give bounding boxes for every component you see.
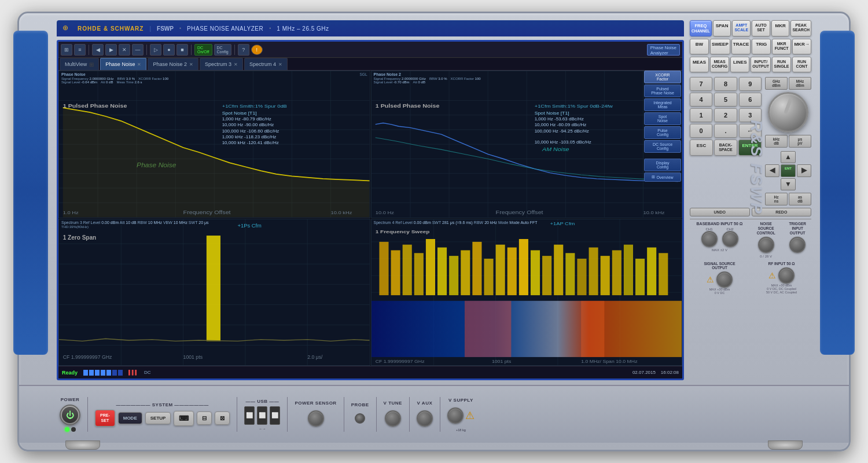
list-btn[interactable]: ≡	[74, 44, 86, 56]
freq-channel-btn[interactable]: FREQCHANNEL	[690, 20, 712, 36]
baseband-label: BASEBAND INPUT 50 Ω	[690, 222, 749, 226]
monitor-2-btn[interactable]: ⊠	[215, 411, 230, 425]
record-btn[interactable]: ●	[163, 44, 175, 56]
input-output-btn[interactable]: INPUT/OUTPUT	[751, 57, 771, 72]
trig-btn[interactable]: TRIG	[752, 39, 771, 54]
usb-slot-3[interactable]: ⬜	[270, 406, 280, 425]
lines-btn[interactable]: LINES	[730, 57, 749, 72]
overload-indicator: ▌▌▌	[128, 370, 138, 375]
dc-onoff-btn[interactable]: DCOn/Off	[194, 44, 212, 56]
hz-ns-btn[interactable]: Hzns	[765, 193, 788, 205]
mkr-funct-btn[interactable]: MKRFUNCT	[772, 39, 791, 54]
back-btn[interactable]: ◀	[92, 44, 104, 56]
spot-noise-btn[interactable]: SpotNoise	[644, 112, 681, 125]
svg-text:1 Frequency Sweep: 1 Frequency Sweep	[375, 229, 429, 234]
mhz-dbm-btn[interactable]: MHzdBm	[789, 77, 811, 90]
integrated-meas-btn[interactable]: IntegratedMeas	[644, 98, 681, 111]
display-config-btn[interactable]: DisplayConfig	[644, 159, 681, 171]
as-db-btn[interactable]: asdB	[789, 193, 811, 205]
auto-set-btn[interactable]: AUTOSET	[752, 20, 770, 36]
tab-phase-noise-close[interactable]: ✕	[137, 62, 141, 67]
instrument-feet	[19, 440, 849, 450]
status-bar: Ready ▌▌▌ DC 02.07.2015	[58, 366, 682, 379]
phase-noise-analyzer-btn[interactable]: Phase NoiseAnalyzer	[647, 44, 680, 56]
key-2[interactable]: 2	[714, 108, 737, 122]
key-9[interactable]: 9	[739, 77, 762, 91]
key-dot[interactable]: .	[714, 124, 737, 138]
tab-phase-noise[interactable]: Phase Noise ✕	[100, 58, 146, 70]
fwd-btn[interactable]: ▶	[105, 44, 117, 56]
key-1[interactable]: 1	[690, 108, 712, 122]
run-single-btn[interactable]: RUNSINGLE	[772, 57, 791, 72]
sweep-btn[interactable]: SWEEP	[710, 39, 730, 54]
key-4[interactable]: 4	[690, 93, 712, 106]
help-btn[interactable]: ?	[238, 44, 249, 56]
usb-slot-1[interactable]: ⬜	[244, 406, 255, 425]
pn2-bbw: 3.0 %	[438, 77, 447, 80]
dc-source-config-btn[interactable]: DC SourceConfig	[644, 140, 681, 153]
tab-spectrum-3-close[interactable]: ✕	[234, 62, 238, 67]
minimize-btn[interactable]: —	[132, 44, 144, 56]
pn2-level: -0.70 dBm	[393, 80, 410, 84]
key-5[interactable]: 5	[714, 93, 737, 106]
pulsed-phase-noise-btn[interactable]: PulsedPhase Noise	[644, 84, 681, 97]
stop-btn[interactable]: ■	[176, 44, 188, 56]
meas-config-btn[interactable]: MEASCONFIG	[710, 57, 729, 72]
trace-btn[interactable]: TRACE	[731, 39, 751, 54]
ghz-dbm-btn[interactable]: GHzdBm	[765, 77, 788, 90]
tab-spectrum-3[interactable]: Spectrum 3 ✕	[200, 58, 243, 70]
key-6[interactable]: 6	[739, 93, 762, 106]
tab-phase-noise-2[interactable]: Phase Noise 2 ✕	[148, 58, 198, 70]
mkr-btn[interactable]: MKR	[771, 20, 790, 36]
tab-multiview[interactable]: MultiView ⊞	[60, 58, 99, 70]
nav-left-btn[interactable]: ◀	[765, 164, 779, 177]
mkr-arrow-btn[interactable]: MKR→	[792, 39, 811, 54]
tab-phase-noise-2-close[interactable]: ✕	[189, 62, 193, 67]
toolbar-sep-2	[146, 45, 147, 55]
usb-slot-2[interactable]: ⬜	[257, 406, 267, 425]
svg-text:+1Cfm Smith:1% Spur 0dB: +1Cfm Smith:1% Spur 0dB	[222, 104, 287, 109]
monitor-1-btn[interactable]: ⊟	[197, 411, 212, 425]
khz-db-btn[interactable]: kHzdB	[765, 135, 788, 148]
svg-rect-66	[207, 236, 220, 341]
nav-enter-btn[interactable]: ENT	[781, 164, 795, 177]
span-btn[interactable]: SPAN	[713, 20, 731, 36]
meas-btn[interactable]: MEAS	[690, 57, 709, 72]
xcorr-factor-btn[interactable]: XCORRFactor	[644, 71, 681, 83]
esc-btn[interactable]: ESC	[690, 139, 713, 156]
keyboard-btn[interactable]: ⌨	[174, 411, 194, 426]
dc-config-btn[interactable]: DCConfig	[214, 44, 231, 56]
info-btn[interactable]: !	[251, 45, 263, 55]
preset-btn[interactable]: PRE-SET	[95, 410, 115, 427]
key-8[interactable]: 8	[714, 77, 737, 91]
close-x-btn[interactable]: ✕	[119, 44, 130, 56]
signal-source-label: SIGNAL SOURCE OUTPUT	[690, 262, 749, 270]
setup-btn[interactable]: SETUP	[145, 412, 171, 424]
nav-down-btn[interactable]: ▼	[781, 178, 795, 190]
unit-buttons-bottom: Hzns asdB	[765, 193, 811, 205]
svg-rect-84	[414, 253, 423, 295]
power-sensor-section: POWER SENSOR	[295, 400, 336, 429]
rotary-knob[interactable]	[768, 92, 808, 133]
pn2-xcorr: 100	[475, 77, 481, 80]
mode-btn[interactable]: MODE	[118, 412, 142, 424]
vtune-connector	[385, 410, 401, 427]
pulse-config-btn[interactable]: PulseConfig	[644, 126, 681, 139]
nav-up-btn[interactable]: ▲	[781, 151, 795, 163]
run-cont-btn[interactable]: RUNCONT	[792, 57, 811, 72]
peak-search-btn[interactable]: PEAKSEARCH	[790, 20, 811, 36]
key-0[interactable]: 0	[690, 124, 712, 138]
undo-btn[interactable]: UNDO	[690, 208, 750, 216]
power-button[interactable]: ⏻	[60, 405, 80, 425]
overview-btn[interactable]: ⊞ Overview	[644, 172, 681, 182]
tab-spectrum-4-close[interactable]: ✕	[278, 62, 282, 67]
bw-btn[interactable]: BW	[690, 39, 709, 54]
backspace-btn[interactable]: BACK-SPACE	[714, 139, 737, 156]
nav-right-btn[interactable]: ▶	[797, 164, 811, 177]
us-pv-btn[interactable]: μspV	[789, 135, 811, 148]
tab-spectrum-4[interactable]: Spectrum 4 ✕	[244, 58, 288, 70]
win-btn[interactable]: ⊞	[61, 44, 72, 56]
play-btn[interactable]: ▷	[150, 44, 161, 56]
key-7[interactable]: 7	[690, 77, 712, 91]
ampt-scale-btn[interactable]: AMPTSCALE	[732, 20, 751, 36]
